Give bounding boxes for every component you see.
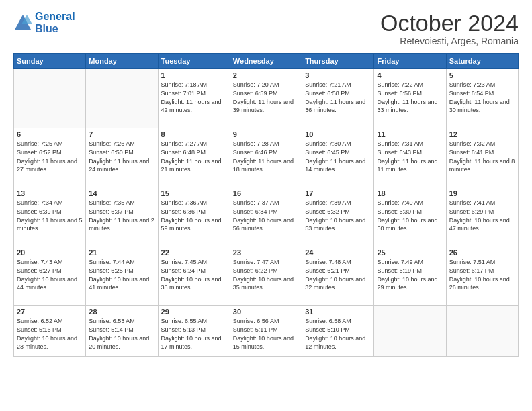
day-number: 14 (89, 189, 154, 197)
day-info: Sunrise: 7:39 AM Sunset: 6:32 PM Dayligh… (305, 199, 371, 232)
day-info: Sunrise: 7:44 AM Sunset: 6:25 PM Dayligh… (89, 258, 154, 291)
day-cell: 28Sunrise: 6:53 AM Sunset: 5:14 PM Dayli… (86, 306, 158, 357)
day-number: 8 (161, 130, 227, 138)
day-cell: 16Sunrise: 7:37 AM Sunset: 6:34 PM Dayli… (230, 187, 302, 246)
calendar-week-2: 6Sunrise: 7:25 AM Sunset: 6:52 PM Daylig… (14, 128, 519, 187)
logo-text: General Blue (35, 11, 75, 34)
title-block: October 2024 Retevoiesti, Arges, Romania (380, 11, 519, 46)
day-number: 25 (377, 248, 443, 257)
col-tuesday: Tuesday (158, 54, 230, 69)
day-number: 21 (89, 248, 154, 257)
day-cell (86, 69, 158, 128)
day-cell: 9Sunrise: 7:28 AM Sunset: 6:46 PM Daylig… (230, 128, 302, 187)
day-cell: 21Sunrise: 7:44 AM Sunset: 6:25 PM Dayli… (86, 246, 158, 306)
day-info: Sunrise: 7:28 AM Sunset: 6:46 PM Dayligh… (233, 140, 299, 173)
day-number: 24 (305, 248, 371, 257)
day-info: Sunrise: 7:37 AM Sunset: 6:34 PM Dayligh… (233, 199, 299, 232)
col-sunday: Sunday (14, 54, 86, 69)
day-cell: 15Sunrise: 7:36 AM Sunset: 6:36 PM Dayli… (158, 187, 230, 246)
day-info: Sunrise: 7:34 AM Sunset: 6:39 PM Dayligh… (17, 199, 83, 232)
day-cell: 12Sunrise: 7:32 AM Sunset: 6:41 PM Dayli… (446, 128, 518, 187)
day-info: Sunrise: 7:26 AM Sunset: 6:50 PM Dayligh… (89, 140, 154, 173)
logo-blue: Blue (35, 23, 58, 34)
day-number: 16 (233, 189, 299, 197)
day-cell: 20Sunrise: 7:43 AM Sunset: 6:27 PM Dayli… (14, 246, 86, 306)
day-number: 26 (449, 248, 515, 257)
day-number: 13 (17, 189, 83, 197)
day-number: 3 (305, 71, 371, 79)
day-info: Sunrise: 7:45 AM Sunset: 6:24 PM Dayligh… (161, 258, 227, 291)
day-info: Sunrise: 7:36 AM Sunset: 6:36 PM Dayligh… (161, 199, 227, 232)
day-info: Sunrise: 7:41 AM Sunset: 6:29 PM Dayligh… (449, 199, 515, 232)
day-number: 11 (377, 130, 443, 138)
day-cell: 1Sunrise: 7:18 AM Sunset: 7:01 PM Daylig… (158, 69, 230, 128)
day-cell: 2Sunrise: 7:20 AM Sunset: 6:59 PM Daylig… (230, 69, 302, 128)
page: General Blue October 2024 Retevoiesti, A… (0, 0, 532, 411)
day-info: Sunrise: 7:30 AM Sunset: 6:45 PM Dayligh… (305, 140, 371, 173)
day-cell: 31Sunrise: 6:58 AM Sunset: 5:10 PM Dayli… (302, 306, 374, 357)
day-cell: 8Sunrise: 7:27 AM Sunset: 6:48 PM Daylig… (158, 128, 230, 187)
day-number: 2 (233, 71, 299, 79)
calendar-title: October 2024 (380, 11, 519, 36)
column-header-row: Sunday Monday Tuesday Wednesday Thursday… (14, 54, 519, 69)
day-number: 6 (17, 130, 83, 138)
calendar-body: 1Sunrise: 7:18 AM Sunset: 7:01 PM Daylig… (14, 69, 519, 357)
day-number: 28 (89, 308, 154, 316)
day-cell: 4Sunrise: 7:22 AM Sunset: 6:56 PM Daylig… (374, 69, 446, 128)
day-info: Sunrise: 7:31 AM Sunset: 6:43 PM Dayligh… (377, 140, 443, 173)
day-cell (14, 69, 86, 128)
calendar-week-1: 1Sunrise: 7:18 AM Sunset: 7:01 PM Daylig… (14, 69, 519, 128)
day-info: Sunrise: 7:20 AM Sunset: 6:59 PM Dayligh… (233, 81, 299, 114)
day-number: 31 (305, 308, 371, 316)
day-cell: 7Sunrise: 7:26 AM Sunset: 6:50 PM Daylig… (86, 128, 158, 187)
day-cell: 30Sunrise: 6:56 AM Sunset: 5:11 PM Dayli… (230, 306, 302, 357)
day-info: Sunrise: 7:49 AM Sunset: 6:19 PM Dayligh… (377, 258, 443, 291)
day-info: Sunrise: 6:58 AM Sunset: 5:10 PM Dayligh… (305, 317, 371, 351)
day-info: Sunrise: 7:23 AM Sunset: 6:54 PM Dayligh… (449, 81, 515, 114)
day-number: 12 (449, 130, 515, 138)
day-cell: 22Sunrise: 7:45 AM Sunset: 6:24 PM Dayli… (158, 246, 230, 306)
day-number: 18 (377, 189, 443, 197)
day-info: Sunrise: 7:27 AM Sunset: 6:48 PM Dayligh… (161, 140, 227, 173)
col-thursday: Thursday (302, 54, 374, 69)
day-cell: 23Sunrise: 7:47 AM Sunset: 6:22 PM Dayli… (230, 246, 302, 306)
day-cell: 25Sunrise: 7:49 AM Sunset: 6:19 PM Dayli… (374, 246, 446, 306)
day-number: 7 (89, 130, 154, 138)
day-info: Sunrise: 7:18 AM Sunset: 7:01 PM Dayligh… (161, 81, 227, 114)
day-info: Sunrise: 6:52 AM Sunset: 5:16 PM Dayligh… (17, 317, 83, 351)
day-info: Sunrise: 7:22 AM Sunset: 6:56 PM Dayligh… (377, 81, 443, 114)
day-info: Sunrise: 7:21 AM Sunset: 6:58 PM Dayligh… (305, 81, 371, 114)
calendar-subtitle: Retevoiesti, Arges, Romania (380, 36, 519, 46)
day-number: 29 (161, 308, 227, 316)
day-info: Sunrise: 7:48 AM Sunset: 6:21 PM Dayligh… (305, 258, 371, 291)
day-cell: 6Sunrise: 7:25 AM Sunset: 6:52 PM Daylig… (14, 128, 86, 187)
col-friday: Friday (374, 54, 446, 69)
day-cell: 11Sunrise: 7:31 AM Sunset: 6:43 PM Dayli… (374, 128, 446, 187)
day-cell: 13Sunrise: 7:34 AM Sunset: 6:39 PM Dayli… (14, 187, 86, 246)
logo-general: General (35, 11, 75, 22)
day-number: 1 (161, 71, 227, 79)
day-cell: 19Sunrise: 7:41 AM Sunset: 6:29 PM Dayli… (446, 187, 518, 246)
day-number: 22 (161, 248, 227, 257)
day-number: 10 (305, 130, 371, 138)
day-cell: 17Sunrise: 7:39 AM Sunset: 6:32 PM Dayli… (302, 187, 374, 246)
day-cell (374, 306, 446, 357)
logo-icon (13, 13, 32, 32)
day-number: 17 (305, 189, 371, 197)
day-info: Sunrise: 7:25 AM Sunset: 6:52 PM Dayligh… (17, 140, 83, 173)
day-info: Sunrise: 7:43 AM Sunset: 6:27 PM Dayligh… (17, 258, 83, 291)
day-cell: 26Sunrise: 7:51 AM Sunset: 6:17 PM Dayli… (446, 246, 518, 306)
day-number: 27 (17, 308, 83, 316)
day-number: 19 (449, 189, 515, 197)
day-number: 20 (17, 248, 83, 257)
calendar-week-3: 13Sunrise: 7:34 AM Sunset: 6:39 PM Dayli… (14, 187, 519, 246)
day-cell: 14Sunrise: 7:35 AM Sunset: 6:37 PM Dayli… (86, 187, 158, 246)
day-info: Sunrise: 7:47 AM Sunset: 6:22 PM Dayligh… (233, 258, 299, 291)
col-monday: Monday (86, 54, 158, 69)
col-wednesday: Wednesday (230, 54, 302, 69)
day-info: Sunrise: 7:51 AM Sunset: 6:17 PM Dayligh… (449, 258, 515, 291)
day-cell: 5Sunrise: 7:23 AM Sunset: 6:54 PM Daylig… (446, 69, 518, 128)
day-cell: 29Sunrise: 6:55 AM Sunset: 5:13 PM Dayli… (158, 306, 230, 357)
day-number: 23 (233, 248, 299, 257)
day-cell: 10Sunrise: 7:30 AM Sunset: 6:45 PM Dayli… (302, 128, 374, 187)
